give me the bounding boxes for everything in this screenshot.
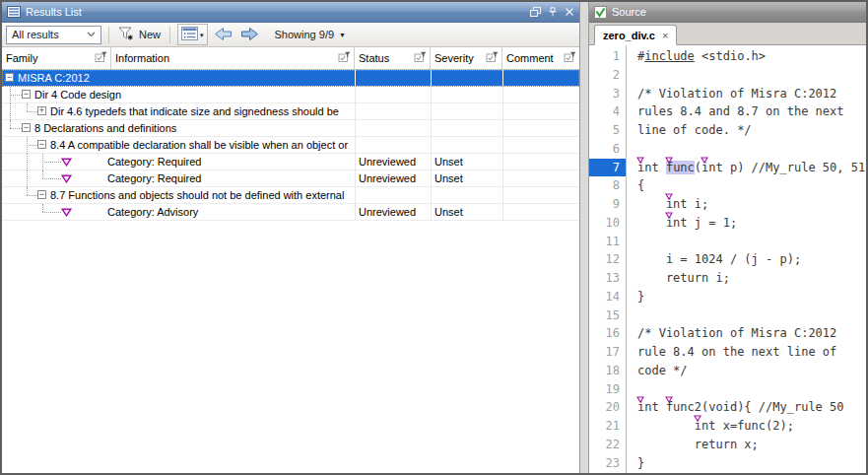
collapse-toggle[interactable]: −	[5, 73, 14, 82]
results-list-titlebar[interactable]: Results List	[2, 2, 579, 23]
collapse-toggle[interactable]: −	[37, 190, 46, 199]
code-line[interactable]: 2	[589, 66, 866, 85]
code-line[interactable]: 15	[589, 306, 866, 325]
table-row[interactable]: Category: AdvisoryUnreviewedUnset	[2, 204, 579, 221]
tree-guide	[27, 170, 28, 187]
tree-guide	[42, 178, 61, 179]
view-menu-button[interactable]: ▾	[177, 24, 208, 45]
code-line[interactable]: 7int func(int p) //My_rule 50, 51	[589, 159, 866, 177]
tree-guide	[27, 195, 37, 196]
line-number: 3	[589, 85, 626, 103]
column-header-status[interactable]: Status	[355, 47, 431, 69]
table-row[interactable]: −8 Declarations and definitions	[2, 120, 579, 137]
code-line[interactable]: 9 int i;	[589, 195, 866, 214]
code-line[interactable]: 5line of code. */	[589, 121, 866, 140]
table-row[interactable]: Category: RequiredUnreviewedUnset	[2, 170, 579, 187]
table-row[interactable]: −8.4 A compatible declaration shall be v…	[2, 137, 579, 154]
new-filter-button[interactable]: New	[116, 25, 163, 44]
table-row[interactable]: −8.7 Functions and objects should not be…	[2, 187, 579, 204]
code-line[interactable]: 19	[589, 380, 866, 399]
restore-icon[interactable]	[530, 7, 541, 17]
column-filter-icon[interactable]	[486, 51, 499, 65]
code-line[interactable]: 12 i = 1024 / (j - p);	[589, 250, 866, 269]
tree-guide	[27, 187, 28, 195]
code-line[interactable]: 6	[589, 140, 866, 159]
column-filter-icon[interactable]	[564, 51, 576, 65]
line-number: 14	[589, 288, 626, 306]
code-line[interactable]: 10 int j = 1;	[589, 214, 866, 233]
column-header-severity[interactable]: Severity	[431, 47, 502, 69]
result-group-label: Dir 4.6 typedefs that indicate size and …	[50, 105, 339, 117]
purple-triangle-down-icon	[61, 158, 72, 167]
information-cell: Category: Required	[107, 172, 201, 184]
code-line[interactable]: 1#include <stdio.h>	[589, 47, 866, 66]
tab-zero-div-c[interactable]: zero_div.c ×	[594, 25, 677, 45]
selected-cell-separator	[355, 70, 356, 86]
purple-triangle-down-icon	[694, 415, 701, 422]
chevron-down-icon	[87, 32, 96, 37]
code-line[interactable]: 3/* Violation of Misra C:2012	[589, 85, 866, 103]
collapse-toggle[interactable]: −	[22, 123, 31, 132]
result-group-label: 8.4 A compatible declaration shall be vi…	[50, 139, 348, 151]
pin-icon[interactable]	[548, 7, 558, 17]
purple-triangle-down-icon	[701, 157, 708, 164]
line-number: 7	[589, 159, 626, 177]
source-check-icon	[594, 6, 607, 19]
column-header-comment[interactable]: Comment	[502, 47, 579, 69]
column-header-information[interactable]: Information	[111, 47, 355, 69]
line-number: 20	[589, 398, 626, 417]
result-group-label: MISRA C:2012	[18, 72, 90, 84]
code-line[interactable]: 17rule 8.4 on the next line of	[589, 343, 866, 362]
close-icon[interactable]	[565, 7, 574, 17]
code-line[interactable]: 11	[589, 233, 866, 251]
code-line[interactable]: 23}	[589, 454, 866, 473]
code-text: line of code. */	[637, 121, 752, 140]
code-line[interactable]: 8{	[589, 176, 866, 195]
code-text: rule 8.4 on the next line of	[637, 343, 836, 362]
table-row[interactable]: −Dir 4 Code design	[2, 87, 579, 103]
code-text: int i;	[637, 195, 708, 214]
result-group-label: 8 Declarations and definitions	[34, 122, 176, 134]
results-grid-header: FamilyInformationStatusSeverityComment	[2, 47, 579, 70]
showing-label: Showing 9/9	[275, 29, 335, 40]
code-line[interactable]: 16/* Violation of Misra C:2012	[589, 324, 866, 343]
next-result-button[interactable]	[238, 26, 261, 44]
line-number: 8	[589, 176, 626, 195]
code-text: int j = 1;	[637, 214, 737, 233]
code-line[interactable]: 21 int x=func(2);	[589, 417, 866, 436]
tree-guide	[42, 212, 61, 213]
code-line[interactable]: 13 return i;	[589, 269, 866, 288]
table-row[interactable]: −MISRA C:2012	[2, 70, 579, 87]
source-code-area[interactable]: 1#include <stdio.h>23/* Violation of Mis…	[589, 45, 866, 473]
code-line[interactable]: 4rules 8.4 and 8.7 on the next	[589, 102, 866, 121]
results-filter-value: All results	[12, 29, 59, 40]
code-line[interactable]: 20int func2(void){ //My_rule 50	[589, 398, 866, 417]
expand-toggle[interactable]: +	[37, 106, 46, 115]
results-filter-dropdown[interactable]: All results	[6, 26, 101, 44]
column-filter-icon[interactable]	[414, 51, 427, 65]
line-number: 16	[589, 324, 626, 343]
line-number: 22	[589, 436, 626, 454]
collapse-toggle[interactable]: −	[37, 140, 46, 149]
showing-dropdown[interactable]: Showing 9/9 ▼	[275, 29, 346, 40]
line-number: 10	[589, 214, 626, 233]
column-filter-icon[interactable]	[338, 51, 351, 65]
line-number: 5	[589, 121, 626, 140]
tab-close-icon[interactable]: ×	[662, 30, 668, 41]
source-titlebar[interactable]: Source	[589, 2, 866, 23]
table-row[interactable]: Category: RequiredUnreviewedUnset	[2, 154, 579, 170]
status-cell: Unreviewed	[359, 206, 416, 218]
table-row[interactable]: +Dir 4.6 typedefs that indicate size and…	[2, 103, 579, 120]
source-title: Source	[612, 6, 646, 18]
column-filter-icon[interactable]	[95, 51, 107, 65]
code-line[interactable]: 18code */	[589, 362, 866, 380]
collapse-toggle[interactable]: −	[22, 90, 31, 99]
pane-splitter[interactable]	[580, 2, 588, 473]
column-header-family[interactable]: Family	[2, 47, 111, 69]
purple-triangle-down-icon	[665, 212, 673, 219]
prev-result-button[interactable]	[212, 26, 234, 44]
line-number: 13	[589, 269, 626, 288]
code-line[interactable]: 22 return x;	[589, 436, 866, 454]
code-line[interactable]: 14}	[589, 288, 866, 306]
tree-guide	[42, 162, 61, 163]
